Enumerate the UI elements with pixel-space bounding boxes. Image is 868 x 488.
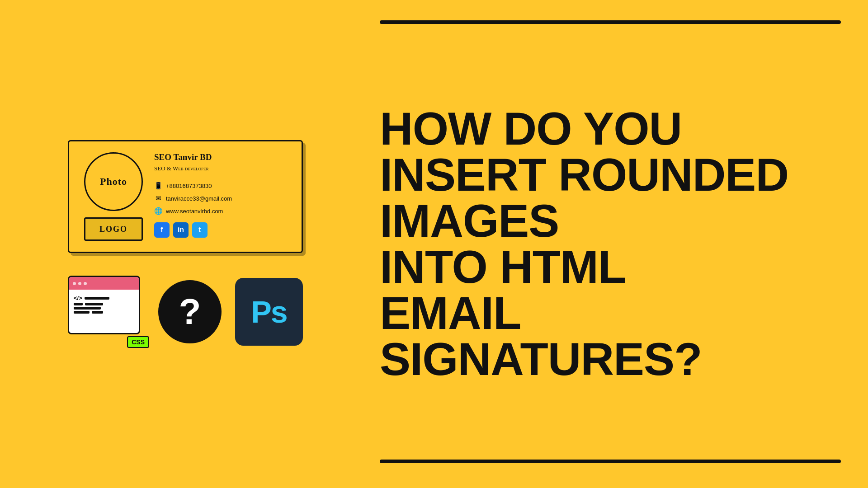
code-bar-3 bbox=[85, 303, 103, 305]
facebook-label: f bbox=[160, 226, 163, 234]
question-circle: ? bbox=[158, 280, 222, 343]
main-title: How Do You Insert Rounded Images Into HT… bbox=[380, 106, 841, 382]
website-url: www.seotanvirbd.com bbox=[166, 208, 223, 215]
facebook-button[interactable]: f bbox=[154, 222, 170, 238]
dot3 bbox=[84, 282, 87, 285]
social-row: f in t bbox=[154, 222, 289, 238]
signature-card: Photo Logo SEO Tanvir BD SEO & Web devel… bbox=[68, 140, 303, 253]
twitter-button[interactable]: t bbox=[192, 222, 208, 238]
card-title: SEO & Web developer bbox=[154, 165, 289, 176]
code-line-2 bbox=[74, 303, 134, 305]
photo-circle: Photo bbox=[84, 152, 143, 211]
email-icon: ✉ bbox=[154, 194, 162, 202]
logo-label: Logo bbox=[99, 225, 127, 234]
twitter-label: t bbox=[198, 226, 201, 234]
phone-number: +8801687373830 bbox=[166, 183, 212, 189]
linkedin-button[interactable]: in bbox=[173, 222, 189, 238]
code-browser: </> bbox=[68, 276, 140, 334]
title-line3: Images bbox=[380, 195, 559, 247]
card-left: Photo Logo bbox=[82, 152, 145, 241]
email-address: tanviracce33@gmail.com bbox=[166, 195, 232, 202]
code-bar-2 bbox=[74, 303, 83, 305]
code-line-1: </> bbox=[74, 295, 134, 301]
open-bracket: </> bbox=[74, 295, 82, 301]
code-bar-6 bbox=[92, 311, 103, 314]
question-mark: ? bbox=[179, 294, 201, 330]
bottom-bar bbox=[380, 460, 841, 463]
code-bar-1 bbox=[85, 297, 109, 300]
left-section: Photo Logo SEO Tanvir BD SEO & Web devel… bbox=[0, 0, 371, 488]
website-row: 🌐 www.seotanvirbd.com bbox=[154, 207, 289, 215]
dot1 bbox=[73, 282, 76, 285]
browser-body: </> bbox=[69, 290, 139, 319]
title-line1: How Do You bbox=[380, 103, 682, 155]
title-line4: Into HTML bbox=[380, 241, 626, 293]
code-line-3 bbox=[74, 307, 134, 310]
code-line-4 bbox=[74, 311, 134, 314]
card-right: SEO Tanvir BD SEO & Web developer 📱 +880… bbox=[154, 152, 289, 238]
card-name: SEO Tanvir BD bbox=[154, 152, 289, 162]
globe-icon: 🌐 bbox=[154, 207, 162, 215]
browser-bar bbox=[69, 277, 139, 290]
right-section: How Do You Insert Rounded Images Into HT… bbox=[371, 0, 868, 488]
code-icon-wrap: </> CSS bbox=[68, 276, 145, 348]
title-line5: Email bbox=[380, 287, 521, 339]
email-row: ✉ tanviracce33@gmail.com bbox=[154, 194, 289, 202]
photoshop-icon: Ps bbox=[235, 278, 303, 346]
title-line2: Insert Rounded bbox=[380, 149, 788, 201]
phone-row: 📱 +8801687373830 bbox=[154, 182, 289, 190]
css-label: CSS bbox=[132, 338, 145, 346]
code-bar-5 bbox=[74, 311, 90, 314]
photo-label: Photo bbox=[100, 176, 127, 188]
title-line6: Signatures? bbox=[380, 333, 702, 385]
phone-icon: 📱 bbox=[154, 182, 162, 190]
css-badge: CSS bbox=[127, 336, 149, 348]
icons-row: </> CSS bbox=[68, 276, 303, 348]
top-bar bbox=[380, 20, 841, 24]
linkedin-label: in bbox=[178, 226, 184, 234]
logo-box: Logo bbox=[84, 217, 143, 241]
dot2 bbox=[78, 282, 81, 285]
code-bar-4 bbox=[74, 307, 101, 310]
ps-label: Ps bbox=[251, 294, 287, 329]
